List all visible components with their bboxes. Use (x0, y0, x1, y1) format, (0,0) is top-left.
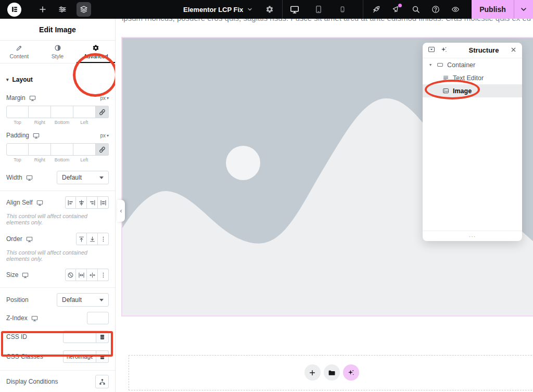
document-switcher[interactable]: Elementor LCP Fix (183, 6, 253, 14)
editor-canvas: ipsum rhoncus, posuere eros quis, sagitt… (116, 19, 533, 392)
margin-label: Margin (6, 94, 26, 102)
padding-top-input[interactable] (6, 143, 29, 156)
css-id-dynamic-tags-button[interactable] (96, 331, 109, 343)
caret-down-icon[interactable]: ▾ (428, 62, 433, 67)
responsive-desktop-icon[interactable] (22, 272, 29, 279)
padding-right-input[interactable] (29, 143, 51, 156)
align-start-icon (67, 199, 74, 206)
device-mobile-button[interactable] (331, 0, 354, 19)
responsive-desktop-icon[interactable] (31, 315, 38, 322)
order-first-icon (78, 236, 85, 243)
mobile-icon (339, 6, 346, 13)
dock-panel-button[interactable] (428, 46, 435, 55)
order-last-icon (89, 236, 96, 243)
size-grow-button[interactable] (76, 269, 87, 281)
css-classes-input[interactable] (63, 350, 96, 363)
width-label: Width (6, 174, 22, 181)
elementor-logo[interactable] (7, 3, 21, 17)
finder-button[interactable] (406, 0, 426, 19)
css-classes-dynamic-tags-button[interactable] (96, 350, 109, 363)
padding-unit-select[interactable]: px▾ (100, 133, 109, 138)
link-icon (99, 109, 106, 116)
position-select[interactable]: Default (57, 293, 109, 307)
tab-advanced[interactable]: Advanced (77, 41, 115, 63)
margin-left-input[interactable] (73, 106, 96, 118)
more-dots-icon (100, 272, 107, 279)
site-settings-button[interactable] (53, 2, 72, 17)
add-template-button[interactable] (324, 364, 340, 381)
document-title: Elementor LCP Fix (183, 6, 243, 14)
sparkle-icon (347, 369, 354, 376)
tab-content[interactable]: Content (0, 41, 39, 63)
publish-button[interactable]: Publish (472, 0, 514, 19)
padding-bottom-input[interactable] (51, 143, 73, 156)
add-element-button[interactable] (33, 2, 53, 17)
add-widget-button[interactable] (304, 364, 321, 381)
structure-item-label: Image (453, 87, 472, 95)
structure-item-label: Container (447, 61, 475, 69)
order-custom-button[interactable] (98, 233, 109, 245)
tab-style[interactable]: Style (39, 41, 77, 63)
close-structure-button[interactable] (510, 46, 517, 55)
align-self-note: This control will affect contained eleme… (6, 213, 109, 225)
sitemap-icon (99, 378, 106, 385)
pencil-icon (16, 44, 23, 52)
device-tablet-button[interactable] (307, 0, 331, 19)
align-center-button[interactable] (76, 196, 87, 209)
order-last-button[interactable] (87, 233, 98, 245)
order-control: Order (0, 233, 115, 245)
canvas-paragraph-text[interactable]: ipsum rhoncus, posuere eros quis, sagitt… (122, 19, 533, 22)
tab-advanced-label: Advanced (84, 53, 108, 59)
css-id-input[interactable] (63, 331, 96, 343)
launchpad-button[interactable] (366, 0, 386, 19)
responsive-desktop-icon[interactable] (33, 132, 40, 139)
width-select[interactable]: Default (57, 171, 109, 184)
z-index-input[interactable] (87, 312, 109, 324)
whats-new-button[interactable] (386, 0, 406, 19)
margin-link-values-button[interactable] (96, 106, 109, 118)
padding-sublabels: Top Right Bottom Left (6, 157, 109, 162)
responsive-desktop-icon[interactable] (26, 236, 33, 243)
help-button[interactable] (426, 0, 446, 19)
margin-unit-select[interactable]: px▾ (100, 95, 109, 101)
panel-collapse-handle[interactable]: ‹ (117, 200, 125, 222)
size-custom-button[interactable] (98, 269, 109, 281)
align-self-control: Align Self (0, 196, 115, 209)
padding-inputs (6, 143, 109, 156)
padding-link-values-button[interactable] (96, 143, 109, 156)
size-control: Size (0, 269, 115, 281)
size-none-button[interactable] (65, 269, 76, 281)
responsive-desktop-icon[interactable] (36, 199, 43, 206)
structure-item-container[interactable]: ▾ Container (423, 58, 522, 71)
close-icon (510, 46, 517, 53)
padding-left-input[interactable] (73, 143, 96, 156)
gear-icon (92, 44, 99, 52)
preview-button[interactable] (446, 0, 465, 19)
layout-section-header[interactable]: ▾ Layout (0, 76, 115, 83)
align-start-button[interactable] (65, 196, 76, 209)
structure-resize-handle[interactable]: ··· (423, 231, 522, 241)
responsive-desktop-icon[interactable] (29, 95, 36, 102)
panel-title: Edit Image (0, 19, 115, 41)
margin-bottom-input[interactable] (51, 106, 73, 118)
align-end-button[interactable] (87, 196, 98, 209)
chevron-left-icon: ‹ (120, 207, 122, 214)
order-first-button[interactable] (76, 233, 87, 245)
css-classes-control: CSS Classes (0, 350, 115, 363)
margin-right-input[interactable] (29, 106, 51, 118)
ai-builder-button[interactable] (343, 364, 359, 381)
margin-top-input[interactable] (6, 106, 29, 118)
align-stretch-button[interactable] (98, 196, 109, 209)
structure-toggle-button[interactable] (77, 2, 91, 17)
eye-icon (451, 5, 460, 14)
size-shrink-button[interactable] (87, 269, 98, 281)
document-settings-button[interactable] (265, 5, 274, 14)
display-conditions-button[interactable] (95, 375, 109, 388)
stretch-icon (100, 199, 107, 206)
device-desktop-button[interactable] (283, 0, 307, 19)
publish-options-button[interactable] (514, 0, 533, 19)
align-end-icon (89, 199, 96, 206)
structure-item-text-editor[interactable]: Text Editor (423, 71, 522, 84)
structure-item-image[interactable]: Image (423, 84, 522, 97)
responsive-desktop-icon[interactable] (26, 174, 33, 181)
